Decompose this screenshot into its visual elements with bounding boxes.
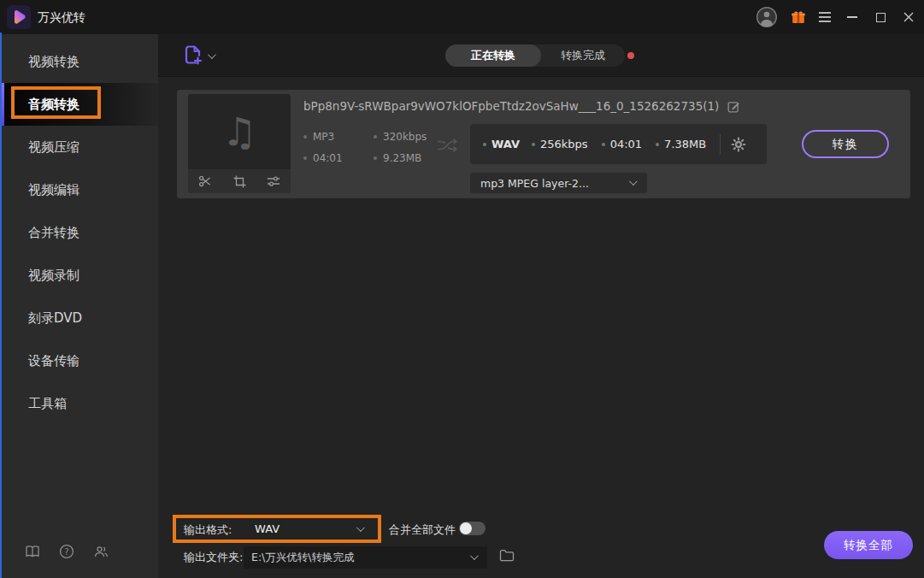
convert-arrow-icon — [436, 137, 458, 157]
app-window: 万兴优转 视频转换 音频转 — [0, 0, 924, 578]
feedback-icon[interactable] — [84, 545, 118, 558]
titlebar: 万兴优转 — [0, 0, 924, 34]
output-folder-select[interactable]: E:\万兴优转\转换完成 — [244, 546, 487, 569]
user-guide-icon[interactable] — [15, 545, 50, 558]
svg-text:?: ? — [64, 547, 68, 557]
convert-button[interactable]: 转换 — [802, 130, 889, 158]
rename-icon[interactable] — [727, 100, 740, 113]
sidebar-item-screen-record[interactable]: 视频录制 — [0, 254, 158, 297]
gift-icon[interactable] — [789, 0, 808, 34]
chevron-down-icon — [629, 177, 638, 186]
minimize-button[interactable] — [843, 0, 862, 34]
menu-icon[interactable] — [815, 0, 834, 34]
target-bitrate: 256kbps — [532, 138, 588, 150]
tab-finished[interactable]: 转换完成 — [541, 44, 625, 67]
source-bitrate: 320kbps — [374, 131, 427, 143]
app-title: 万兴优转 — [38, 0, 85, 34]
add-files-icon[interactable] — [181, 43, 203, 68]
close-button[interactable] — [898, 0, 919, 34]
file-card: ♫ bPp8n9V-sRWBpar9vWO7klOFpbeTtdz2ovSaHw… — [177, 90, 910, 198]
app-logo-icon — [7, 5, 31, 29]
output-format-chevron-icon[interactable] — [356, 523, 365, 532]
finished-badge-dot — [627, 52, 634, 59]
target-format: WAV — [483, 138, 520, 150]
maximize-button[interactable] — [871, 0, 890, 34]
output-folder-chevron-icon — [470, 551, 479, 560]
panel-divider — [720, 134, 721, 155]
output-format-select[interactable]: WAV — [255, 522, 280, 535]
sidebar-item-audio-convert[interactable]: 音频转换 — [0, 83, 158, 126]
source-format: MP3 — [303, 131, 334, 143]
source-duration: 04:01 — [303, 152, 343, 164]
window-edge-accent — [0, 32, 2, 578]
main-toolbar: 正在转换 转换完成 — [158, 34, 924, 77]
sidebar-item-burn-dvd[interactable]: 刻录DVD — [0, 297, 158, 339]
add-files-chevron-icon[interactable] — [208, 50, 216, 59]
status-tabs: 正在转换 转换完成 — [445, 44, 625, 67]
music-note-icon: ♫ — [221, 112, 256, 151]
convert-all-button[interactable]: 转换全部 — [824, 531, 913, 559]
audio-thumbnail-icon: ♫ — [188, 94, 291, 169]
sidebar-item-merge-convert[interactable]: 合并转换 — [0, 211, 158, 254]
sidebar-item-video-edit[interactable]: 视频编辑 — [0, 168, 158, 211]
tab-converting[interactable]: 正在转换 — [445, 44, 541, 67]
trim-icon[interactable] — [195, 171, 215, 192]
target-duration: 04:01 — [602, 138, 642, 150]
help-icon[interactable]: ? — [50, 544, 84, 559]
sidebar-item-toolbox[interactable]: 工具箱 — [0, 382, 158, 425]
account-avatar-icon[interactable] — [755, 0, 779, 34]
target-settings-panel: WAV 256kbps 04:01 7.38MB — [470, 124, 767, 164]
sidebar-item-video-compress[interactable]: 视频压缩 — [0, 126, 158, 168]
merge-all-toggle[interactable] — [459, 522, 486, 535]
open-folder-icon[interactable] — [499, 549, 515, 562]
target-size: 7.38MB — [656, 138, 706, 150]
source-size: 9.23MB — [374, 152, 421, 164]
output-folder-label: 输出文件夹: — [184, 550, 243, 565]
codec-select[interactable]: mp3 MPEG layer-2... — [470, 173, 647, 193]
sidebar: 视频转换 音频转换 视频压缩 视频编辑 合并转换 视频录制 刻录DVD 设备传输… — [0, 34, 158, 578]
file-name: bPp8n9V-sRWBpar9vWO7klOFpbeTtdz2ovSaHw__… — [303, 99, 719, 113]
media-thumbnail: ♫ — [188, 94, 291, 193]
toggle-knob — [460, 522, 472, 534]
sidebar-footer: ? — [0, 544, 158, 559]
output-folder-value: E:\万兴优转\转换完成 — [251, 551, 355, 565]
merge-all-label: 合并全部文件 — [389, 522, 456, 538]
sidebar-item-video-convert[interactable]: 视频转换 — [0, 40, 158, 83]
thumbnail-toolbar — [188, 169, 291, 193]
output-format-label: 输出格式: — [184, 522, 232, 538]
effects-adjust-icon[interactable] — [263, 171, 284, 192]
content-area: ♫ bPp8n9V-sRWBpar9vWO7klOFpbeTtdz2ovSaHw… — [158, 77, 924, 578]
codec-select-value: mp3 MPEG layer-2... — [480, 177, 589, 190]
crop-icon[interactable] — [229, 171, 250, 192]
settings-gear-icon[interactable] — [731, 137, 746, 152]
sidebar-item-device-transfer[interactable]: 设备传输 — [0, 339, 158, 382]
